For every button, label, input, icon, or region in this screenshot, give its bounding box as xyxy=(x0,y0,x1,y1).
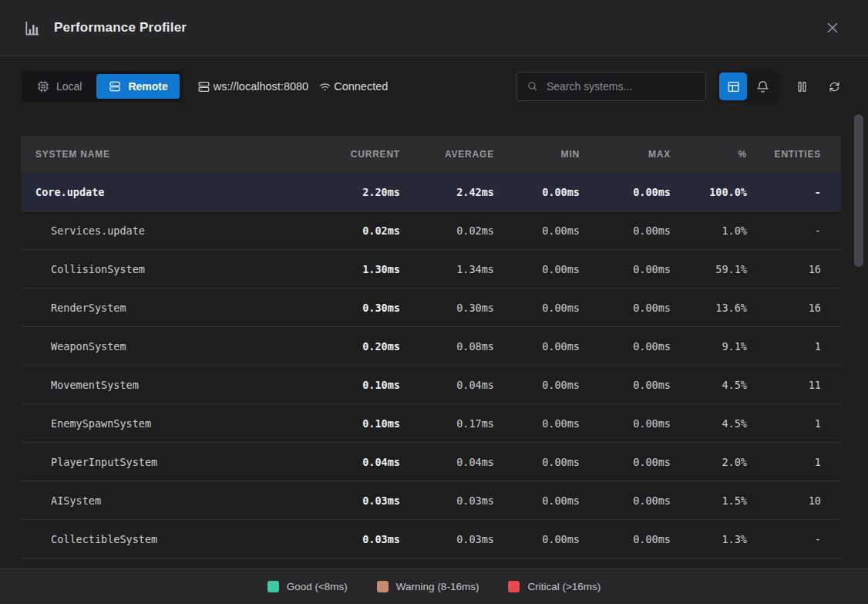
search-input[interactable] xyxy=(547,80,696,93)
column-header-percent: % xyxy=(671,149,747,160)
system-name-cell: WeaponSystem xyxy=(21,340,308,353)
percent-cell: 1.0% xyxy=(671,224,747,237)
table-row[interactable]: RenderSystem 0.30ms 0.30ms 0.00ms 0.00ms… xyxy=(21,289,841,327)
search-icon xyxy=(527,79,539,93)
legend-item: Critical (>16ms) xyxy=(508,581,601,592)
entities-cell: 11 xyxy=(747,379,821,391)
min-ms-cell: 0.00ms xyxy=(494,379,580,391)
column-header-system-name: SYSTEM NAME xyxy=(21,149,308,160)
percent-cell: 1.3% xyxy=(671,533,747,545)
close-button[interactable] xyxy=(820,15,845,40)
min-ms-cell: 0.00ms xyxy=(494,533,580,545)
table-row[interactable]: PlayerInputSystem 0.04ms 0.04ms 0.00ms 0… xyxy=(21,443,841,481)
entities-cell: 10 xyxy=(747,494,821,507)
connection-info: ws://localhost:8080 Connected xyxy=(197,79,388,94)
current-ms-cell: 0.03ms xyxy=(308,494,400,507)
system-name-cell: Services.update xyxy=(21,224,308,237)
max-ms-cell: 0.00ms xyxy=(580,417,671,430)
average-ms-cell: 0.30ms xyxy=(400,302,494,314)
average-ms-cell: 0.08ms xyxy=(400,340,494,353)
systems-table: SYSTEM NAME CURRENT AVERAGE MIN MAX % EN… xyxy=(21,136,841,569)
table-row[interactable]: AISystem 0.03ms 0.03ms 0.00ms 0.00ms 1.5… xyxy=(21,481,841,520)
legend-label: Warning (8-16ms) xyxy=(396,581,479,592)
current-ms-cell: 0.20ms xyxy=(308,340,400,353)
max-ms-cell: 0.00ms xyxy=(580,302,671,314)
average-ms-cell: 0.04ms xyxy=(400,456,494,468)
table-row[interactable]: CollisionSystem 1.30ms 1.34ms 0.00ms 0.0… xyxy=(21,250,841,289)
max-ms-cell: 0.00ms xyxy=(580,379,671,391)
local-mode-button[interactable]: Local xyxy=(25,74,93,99)
max-ms-cell: 0.00ms xyxy=(580,186,671,198)
system-name-cell: PlayerInputSystem xyxy=(21,456,308,468)
entities-cell: - xyxy=(747,186,821,198)
percent-cell: 59.1% xyxy=(671,263,747,275)
pause-button[interactable] xyxy=(789,73,814,100)
table-body: Core.update 2.20ms 2.42ms 0.00ms 0.00ms … xyxy=(21,173,841,558)
entities-cell: - xyxy=(747,533,821,545)
entities-cell: 16 xyxy=(747,263,821,275)
current-ms-cell: 0.10ms xyxy=(308,379,400,391)
table-view-icon xyxy=(726,79,741,94)
vertical-scrollbar-thumb[interactable] xyxy=(854,114,863,267)
table-row[interactable]: MovementSystem 0.10ms 0.04ms 0.00ms 0.00… xyxy=(21,366,841,404)
entities-cell: - xyxy=(747,224,821,237)
system-name-cell: MovementSystem xyxy=(21,379,308,391)
refresh-icon xyxy=(827,79,842,94)
min-ms-cell: 0.00ms xyxy=(494,302,580,314)
legend-item: Good (<8ms) xyxy=(267,581,348,592)
view-button-group xyxy=(717,70,779,103)
table-row[interactable]: EnemySpawnSystem 0.10ms 0.17ms 0.00ms 0.… xyxy=(21,404,841,443)
percent-cell: 1.5% xyxy=(671,494,747,507)
refresh-button[interactable] xyxy=(822,73,846,100)
wifi-icon xyxy=(318,79,332,94)
server-icon xyxy=(108,79,122,93)
percent-cell: 9.1% xyxy=(671,340,747,353)
average-ms-cell: 2.42ms xyxy=(400,186,494,198)
table-row[interactable]: Core.update 2.20ms 2.42ms 0.00ms 0.00ms … xyxy=(21,173,841,211)
current-ms-cell: 0.30ms xyxy=(308,302,400,314)
table-view-button[interactable] xyxy=(719,73,747,100)
good-status-swatch xyxy=(267,581,279,592)
percent-cell: 13.6% xyxy=(671,302,747,314)
mode-toggle-group: Local Remote xyxy=(22,71,183,102)
connection-url: ws://localhost:8080 xyxy=(214,80,308,93)
remote-mode-button[interactable]: Remote xyxy=(96,74,179,99)
current-ms-cell: 0.02ms xyxy=(308,224,400,237)
page-title: Performance Profiler xyxy=(54,20,187,35)
warning-status-swatch xyxy=(377,581,389,592)
system-name-cell: CollectibleSystem xyxy=(21,533,308,545)
average-ms-cell: 0.03ms xyxy=(400,494,494,507)
average-ms-cell: 0.17ms xyxy=(400,417,494,430)
min-ms-cell: 0.00ms xyxy=(494,456,580,468)
critical-status-swatch xyxy=(508,581,520,592)
close-icon xyxy=(825,20,840,35)
average-ms-cell: 1.34ms xyxy=(400,263,494,275)
column-header-current: CURRENT xyxy=(308,149,400,160)
average-ms-cell: 0.03ms xyxy=(400,533,494,545)
current-ms-cell: 0.03ms xyxy=(308,533,400,545)
system-name-cell: AISystem xyxy=(21,494,308,507)
table-header-row: SYSTEM NAME CURRENT AVERAGE MIN MAX % EN… xyxy=(21,136,841,173)
legend-item: Warning (8-16ms) xyxy=(377,581,479,592)
legend-label: Good (<8ms) xyxy=(287,581,348,592)
column-header-average: AVERAGE xyxy=(400,149,494,160)
cpu-icon xyxy=(36,79,50,93)
legend-bar: Good (<8ms) Warning (8-16ms) Critical (>… xyxy=(0,569,868,604)
bell-icon xyxy=(755,79,770,94)
server-icon xyxy=(197,79,211,94)
table-row[interactable]: WeaponSystem 0.20ms 0.08ms 0.00ms 0.00ms… xyxy=(21,327,841,366)
min-ms-cell: 0.00ms xyxy=(494,494,580,507)
alerts-button[interactable] xyxy=(749,73,776,100)
min-ms-cell: 0.00ms xyxy=(494,340,580,353)
table-row[interactable]: CollectibleSystem 0.03ms 0.03ms 0.00ms 0… xyxy=(21,520,841,558)
table-row[interactable]: Services.update 0.02ms 0.02ms 0.00ms 0.0… xyxy=(21,211,841,250)
percent-cell: 4.5% xyxy=(671,417,747,430)
system-name-cell: RenderSystem xyxy=(21,302,308,314)
current-ms-cell: 0.04ms xyxy=(308,456,400,468)
connection-status: Connected xyxy=(334,80,388,93)
legend-label: Critical (>16ms) xyxy=(527,581,601,592)
current-ms-cell: 2.20ms xyxy=(308,186,400,198)
current-ms-cell: 1.30ms xyxy=(308,263,400,275)
pause-icon xyxy=(795,79,809,94)
column-header-min: MIN xyxy=(494,149,580,160)
